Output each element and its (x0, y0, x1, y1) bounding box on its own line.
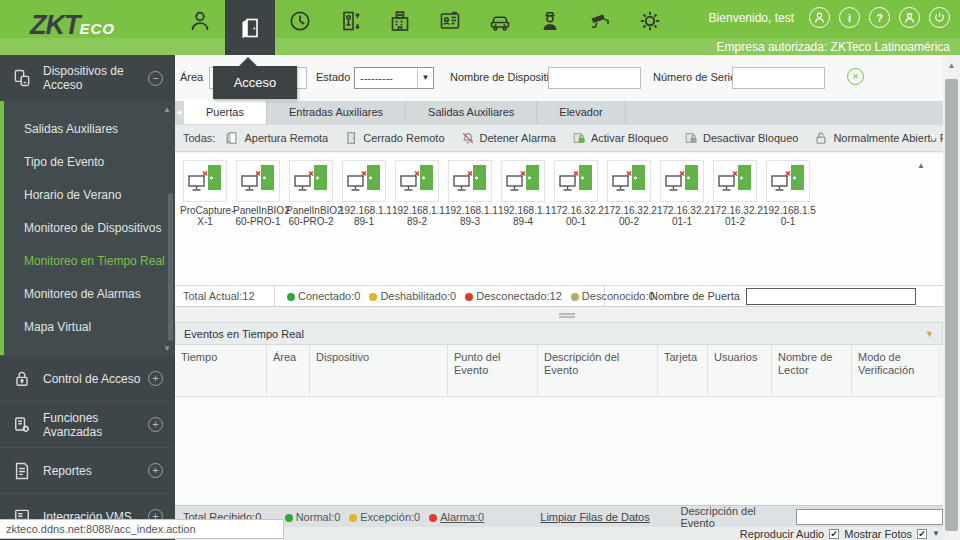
scrollbar-up-icon[interactable]: ▲ (943, 55, 960, 70)
device-tile[interactable]: 172.16.32.200-1 (551, 160, 601, 227)
cctv-camera-icon (588, 9, 612, 33)
door-open-icon (225, 131, 239, 145)
tab-puertas[interactable]: Puertas (184, 101, 267, 124)
column-header-area[interactable]: Área (267, 345, 310, 396)
device-name-line1: 172.16.32.2 (551, 205, 601, 216)
door-device-icon (183, 160, 227, 202)
logout-button[interactable] (929, 7, 950, 28)
nav-access[interactable] (225, 0, 275, 55)
alarma-count-link: Alarma:0 (440, 511, 484, 523)
clear-filters-icon[interactable]: × (847, 68, 864, 85)
expand-icon[interactable]: + (148, 463, 163, 478)
expand-icon[interactable]: + (148, 417, 163, 432)
welcome-text: Bienvenido, test (709, 11, 794, 25)
column-header-nombre-de-lector[interactable]: Nombre de Lector (772, 345, 852, 396)
device-tile[interactable]: 192.168.1.189-4 (498, 160, 548, 227)
tab-scroll-left-icon[interactable]: ◄ (175, 101, 184, 124)
sidebar-group-dispositivos-de-acceso[interactable]: Dispositivos de Acceso − (0, 55, 175, 101)
nav-parking[interactable] (475, 0, 525, 42)
descripcion-evento-input[interactable] (796, 509, 943, 525)
page-scrollbar[interactable]: ▲ (943, 55, 960, 540)
cerrado-remoto-button[interactable]: Cerrado Remoto (344, 131, 444, 145)
toolbar-scroll-right-icon[interactable]: ► (930, 132, 939, 142)
alarm-off-icon (461, 131, 475, 145)
mostrar-fotos-checkbox[interactable]: ✔ (917, 529, 927, 539)
nombre-dispositivo-input[interactable] (548, 67, 641, 89)
sidebar-item-monitoreo-de-dispositivos[interactable]: Monitoreo de Dispositivos (4, 212, 175, 245)
sidebar-submenu: ▲ Salidas Auxiliares Tipo de Evento Hora… (0, 101, 175, 355)
submenu-scroll-down-icon[interactable]: ▼ (162, 344, 172, 353)
submenu-scrollbar-thumb[interactable] (168, 193, 173, 341)
nav-elevator[interactable] (325, 0, 375, 42)
nav-personnel[interactable] (175, 0, 225, 42)
column-header-modo-de-verificacion[interactable]: Modo de Verificación (852, 345, 938, 396)
column-header-usuarios[interactable]: Usuarios (708, 345, 772, 396)
device-name-line2: 00-2 (604, 216, 654, 227)
device-tile[interactable]: PanelInBIO260-PRO-2 (286, 160, 336, 227)
device-name-line2: 60-PRO-2 (286, 216, 336, 227)
numero-serie-input[interactable] (732, 67, 825, 89)
device-tile[interactable]: ProCapture-X-1 (180, 160, 230, 227)
sidebar-group-reportes[interactable]: Reportes + (0, 447, 175, 493)
sidebar-item-tipo-de-evento[interactable]: Tipo de Evento (4, 146, 175, 179)
events-section-header[interactable]: Eventos en Tiempo Real ▼ (175, 322, 943, 345)
tab-salidas-auxiliares[interactable]: Salidas Auxiliares (406, 101, 537, 124)
limpiar-filas-link[interactable]: Limpiar Filas de Datos (540, 511, 649, 523)
column-header-tiempo[interactable]: Tiempo (175, 345, 267, 396)
device-name-line2: 0-1 (763, 216, 813, 227)
access-tooltip: Acceso (213, 66, 297, 99)
options-dropdown-icon[interactable]: ▼ (932, 529, 940, 538)
door-device-icon (554, 160, 598, 202)
device-name-line2: 00-1 (551, 216, 601, 227)
admin-button[interactable] (899, 7, 920, 28)
tab-entradas-auxiliares[interactable]: Entradas Auxiliares (267, 101, 406, 124)
column-header-tarjeta[interactable]: Tarjeta (658, 345, 708, 396)
device-tile[interactable]: 172.16.32.201-1 (657, 160, 707, 227)
resize-handle[interactable] (559, 313, 575, 318)
tab-bar: ◄ Puertas Entradas Auxiliares Salidas Au… (175, 101, 943, 124)
sidebar-group-control-de-acceso[interactable]: Control de Acceso + (0, 355, 175, 401)
sidebar-item-monitoreo-de-alarmas[interactable]: Monitoreo de Alarmas (4, 278, 175, 311)
nav-visitor[interactable] (425, 0, 475, 42)
person-icon (188, 9, 212, 33)
area-label: Área (180, 71, 203, 83)
detener-alarma-button[interactable]: Detener Alarma (461, 131, 556, 145)
device-tile[interactable]: 192.168.1.50-1 (763, 160, 813, 227)
submenu-scroll-up-icon[interactable]: ▲ (162, 105, 172, 114)
nav-hotel[interactable] (375, 0, 425, 42)
tab-elevador[interactable]: Elevador (537, 101, 625, 124)
sidebar-item-mapa-virtual[interactable]: Mapa Virtual (4, 311, 175, 344)
sidebar-group-funciones-avanzadas[interactable]: Funciones Avanzadas + (0, 401, 175, 447)
nombre-puerta-input[interactable] (746, 288, 916, 305)
collapse-icon[interactable]: − (148, 71, 163, 86)
apertura-remota-button[interactable]: Apertura Remota (225, 131, 328, 145)
nav-system[interactable] (625, 0, 675, 42)
nav-patrol[interactable] (525, 0, 575, 42)
device-tile[interactable]: 172.16.32.201-2 (710, 160, 760, 227)
sidebar-item-salidas-auxiliares[interactable]: Salidas Auxiliares (4, 113, 175, 146)
sidebar-item-horario-de-verano[interactable]: Horario de Verano (4, 179, 175, 212)
reproducir-audio-checkbox[interactable]: ✔ (829, 529, 839, 539)
device-tile[interactable]: 192.168.1.189-3 (445, 160, 495, 227)
device-scroll-up-icon[interactable]: ▲ (917, 161, 925, 170)
collapse-section-icon[interactable]: ▼ (925, 329, 934, 339)
estado-select[interactable]: --------- ▼ (354, 67, 434, 89)
desactivar-bloqueo-button[interactable]: Desactivar Bloqueo (684, 131, 798, 145)
device-tile[interactable]: 192.168.1.189-2 (392, 160, 442, 227)
device-tile[interactable]: PanelInBIO260-PRO-1 (233, 160, 283, 227)
expand-icon[interactable]: + (148, 371, 163, 386)
profile-button[interactable] (809, 7, 830, 28)
device-tile[interactable]: 192.168.1.189-1 (339, 160, 389, 227)
scrollbar-thumb[interactable] (945, 79, 958, 531)
column-header-descripcion-del-evento[interactable]: Descripción del Evento (538, 345, 658, 396)
device-status-row: Total Actual:12 Conectado:0 Deshabilitad… (175, 285, 943, 307)
help-button[interactable]: ? (869, 7, 890, 28)
activar-bloqueo-button[interactable]: Activar Bloqueo (572, 131, 668, 145)
sidebar-item-monitoreo-en-tiempo-real[interactable]: Monitoreo en Tiempo Real (4, 245, 175, 278)
info-button[interactable]: i (839, 7, 860, 28)
column-header-punto-del-evento[interactable]: Punto del Evento (448, 345, 538, 396)
nav-attendance[interactable] (275, 0, 325, 42)
nav-video[interactable] (575, 0, 625, 42)
device-tile[interactable]: 172.16.32.200-2 (604, 160, 654, 227)
column-header-dispositivo[interactable]: Dispositivo (310, 345, 448, 396)
